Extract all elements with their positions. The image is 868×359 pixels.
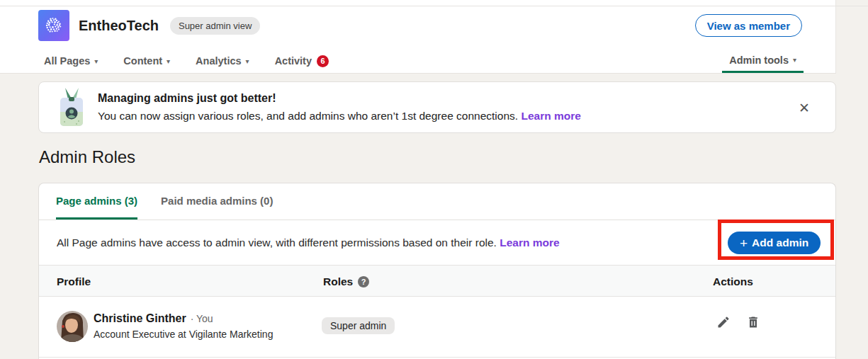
banner-text-block: Managing admins just got better! You can… bbox=[98, 92, 581, 122]
add-admin-label: Add admin bbox=[752, 237, 808, 249]
chevron-down-icon: ▾ bbox=[94, 57, 98, 65]
nav-item-content[interactable]: Content ▾ bbox=[123, 49, 170, 73]
admin-headline: Account Executive at Vigilante Marketing bbox=[94, 329, 273, 340]
admin-roles-card: Page admins (3) Paid media admins (0) Al… bbox=[38, 183, 836, 359]
nav-item-label: Content bbox=[123, 55, 162, 67]
banner-title: Managing admins just got better! bbox=[98, 92, 581, 105]
admins-table-header: Profile Roles ? Actions bbox=[39, 265, 835, 297]
column-header-profile: Profile bbox=[57, 266, 91, 297]
banner-body-text: You can now assign various roles, and ad… bbox=[98, 110, 521, 122]
tab-paid-media-admins[interactable]: Paid media admins (0) bbox=[161, 183, 273, 220]
nav-item-analytics[interactable]: Analytics ▾ bbox=[196, 49, 249, 73]
nav-item-label: Activity bbox=[275, 55, 312, 67]
delete-admin-button[interactable] bbox=[746, 315, 760, 329]
chevron-down-icon: ▾ bbox=[246, 57, 249, 65]
page-identity: EntheoTech Super admin view bbox=[38, 10, 260, 41]
admins-description-row: All Page admins have access to admin vie… bbox=[39, 220, 835, 265]
plus-icon: + bbox=[740, 237, 748, 250]
brain-icon bbox=[42, 13, 66, 38]
help-icon[interactable]: ? bbox=[358, 276, 369, 287]
chevron-down-icon: ▾ bbox=[167, 57, 170, 65]
admin-nav: All Pages ▾ Content ▾ Analytics ▾ Activi… bbox=[44, 49, 329, 73]
page-header: EntheoTech Super admin view View as memb… bbox=[0, 0, 836, 74]
chevron-down-icon: ▾ bbox=[793, 56, 796, 64]
column-header-roles-label: Roles bbox=[323, 275, 353, 288]
close-icon[interactable]: ✕ bbox=[794, 98, 814, 118]
notification-count-badge: 6 bbox=[317, 55, 329, 67]
add-admin-button[interactable]: + Add admin bbox=[728, 232, 821, 254]
column-header-actions: Actions bbox=[713, 266, 753, 297]
page-title-company: EntheoTech bbox=[79, 18, 159, 34]
profile-text-block: Christine Ginther · You Account Executiv… bbox=[94, 312, 273, 340]
view-as-member-button[interactable]: View as member bbox=[695, 14, 802, 37]
nav-item-admin-tools[interactable]: Admin tools ▾ bbox=[722, 49, 804, 73]
edit-admin-button[interactable] bbox=[716, 315, 731, 329]
nav-item-activity[interactable]: Activity 6 bbox=[275, 49, 329, 73]
super-admin-view-badge: Super admin view bbox=[170, 17, 260, 35]
trash-icon bbox=[746, 315, 760, 329]
banner-learn-more-link[interactable]: Learn more bbox=[521, 110, 580, 122]
admins-description: All Page admins have access to admin vie… bbox=[57, 237, 560, 249]
nav-item-label: Analytics bbox=[196, 55, 241, 67]
row-actions bbox=[716, 315, 760, 329]
nav-item-label: All Pages bbox=[44, 55, 90, 67]
banner-body: You can now assign various roles, and ad… bbox=[98, 110, 581, 122]
tab-page-admins[interactable]: Page admins (3) bbox=[56, 183, 137, 220]
table-row: Christine Ginther · You Account Executiv… bbox=[39, 297, 835, 358]
nav-item-all-pages[interactable]: All Pages ▾ bbox=[44, 49, 98, 73]
you-indicator: · You bbox=[191, 313, 213, 324]
admin-name[interactable]: Christine Ginther bbox=[94, 312, 186, 325]
avatar[interactable] bbox=[57, 311, 88, 342]
profile-photo bbox=[57, 311, 88, 342]
page-section-title: Admin Roles bbox=[39, 147, 135, 167]
window-divider bbox=[0, 6, 868, 6]
admin-tabs: Page admins (3) Paid media admins (0) bbox=[39, 183, 835, 220]
admins-description-text: All Page admins have access to admin vie… bbox=[57, 237, 500, 249]
nav-item-label: Admin tools bbox=[729, 55, 789, 66]
id-badge-icon bbox=[60, 88, 84, 127]
announcement-banner: Managing admins just got better! You can… bbox=[38, 81, 836, 133]
pencil-icon bbox=[716, 315, 731, 329]
admins-learn-more-link[interactable]: Learn more bbox=[500, 237, 559, 249]
role-badge: Super admin bbox=[322, 317, 395, 334]
column-header-roles: Roles ? bbox=[323, 266, 369, 297]
company-logo[interactable] bbox=[38, 10, 69, 41]
